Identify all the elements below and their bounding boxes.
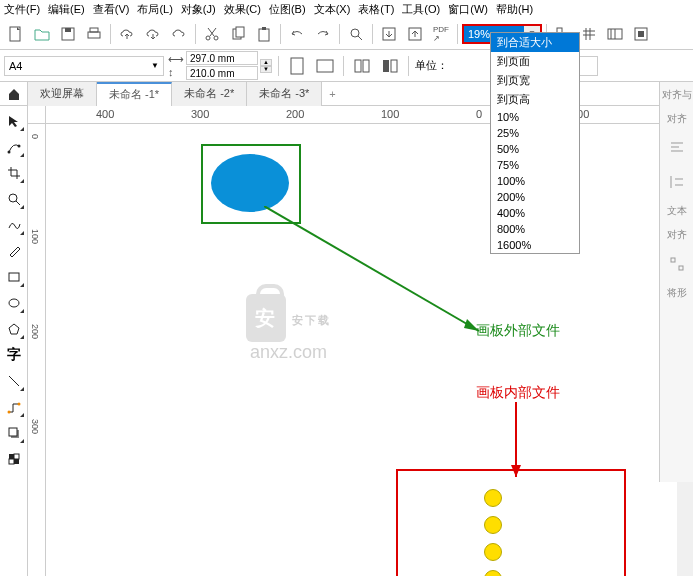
pdf-export-icon[interactable]: PDF↗: [429, 22, 453, 46]
cloud-open-icon[interactable]: [115, 22, 139, 46]
print-button[interactable]: [82, 22, 106, 46]
ellipse-tool[interactable]: [3, 292, 25, 314]
svg-rect-2: [65, 28, 71, 32]
svg-point-6: [214, 36, 218, 40]
zoom-option-1600[interactable]: 1600%: [491, 237, 579, 253]
tab-welcome[interactable]: 欢迎屏幕: [28, 82, 97, 106]
crop-tool[interactable]: [3, 162, 25, 184]
connector-tool[interactable]: [3, 396, 25, 418]
zoom-option-800[interactable]: 800%: [491, 221, 579, 237]
canvas-area: 400 300 200 100 0 100 毫米 0 100 200 300 安…: [28, 106, 693, 576]
shape-tool[interactable]: [3, 136, 25, 158]
menu-window[interactable]: 窗口(W): [448, 2, 488, 17]
zoom-option-height[interactable]: 到页高: [491, 90, 579, 109]
align-center-icon[interactable]: [665, 170, 689, 194]
chevron-down-icon: ▼: [151, 61, 159, 70]
external-label: 画板外部文件: [476, 322, 560, 340]
dimension-tool[interactable]: [3, 370, 25, 392]
svg-line-38: [264, 206, 479, 331]
tab-add-button[interactable]: +: [322, 88, 342, 100]
menu-tools[interactable]: 工具(O): [402, 2, 440, 17]
width-icon: ⟷: [168, 53, 184, 66]
options-icon[interactable]: [603, 22, 627, 46]
menu-object[interactable]: 对象(J): [181, 2, 216, 17]
paper-size-combo[interactable]: A4 ▼: [4, 56, 164, 76]
main-toolbar: PDF↗ 19% ▼: [0, 18, 693, 50]
align-left-icon[interactable]: [665, 136, 689, 160]
svg-rect-28: [9, 273, 19, 281]
menu-table[interactable]: 表格(T): [358, 2, 394, 17]
zoom-option-10[interactable]: 10%: [491, 109, 579, 125]
all-pages-icon[interactable]: [350, 54, 374, 78]
zoom-option-25[interactable]: 25%: [491, 125, 579, 141]
menu-effects[interactable]: 效果(C): [224, 2, 261, 17]
panel-sub3: 对齐: [667, 228, 687, 242]
svg-rect-21: [355, 60, 361, 72]
paste-button[interactable]: [252, 22, 276, 46]
tab-doc-1[interactable]: 未命名 -1*: [97, 82, 172, 106]
menu-layout[interactable]: 布局(L): [137, 2, 172, 17]
artistic-media-tool[interactable]: [3, 240, 25, 262]
zoom-option-400[interactable]: 400%: [491, 205, 579, 221]
freehand-tool[interactable]: [3, 214, 25, 236]
dimension-spinner[interactable]: ▲▼: [260, 59, 272, 73]
redo-button[interactable]: [311, 22, 335, 46]
copy-button[interactable]: [226, 22, 250, 46]
current-page-icon[interactable]: [378, 54, 402, 78]
zoom-tool[interactable]: [3, 188, 25, 210]
portrait-button[interactable]: [285, 54, 309, 78]
drop-shadow-tool[interactable]: [3, 422, 25, 444]
search-icon[interactable]: [344, 22, 368, 46]
tab-doc-3[interactable]: 未命名 -3*: [247, 82, 322, 106]
zoom-option-fit[interactable]: 到合适大小: [491, 33, 579, 52]
launch-icon[interactable]: [629, 22, 653, 46]
cloud-save-icon[interactable]: [141, 22, 165, 46]
import-icon[interactable]: [377, 22, 401, 46]
menu-text[interactable]: 文本(X): [314, 2, 351, 17]
text-tool[interactable]: 字: [3, 344, 25, 366]
zoom-option-50[interactable]: 50%: [491, 141, 579, 157]
undo-button[interactable]: [285, 22, 309, 46]
zoom-option-page[interactable]: 到页面: [491, 52, 579, 71]
menu-file[interactable]: 文件(F): [4, 2, 40, 17]
svg-point-25: [7, 151, 10, 154]
svg-point-11: [351, 29, 359, 37]
units-label: 单位：: [415, 58, 448, 73]
svg-point-30: [7, 411, 10, 414]
menu-bitmap[interactable]: 位图(B): [269, 2, 306, 17]
panel-title: 对齐与: [662, 88, 692, 102]
rectangle-tool[interactable]: [3, 266, 25, 288]
drawing-canvas[interactable]: 安安下载 anxz.com 画板外部文件 画板内部文件: [46, 124, 693, 576]
pick-tool[interactable]: [3, 110, 25, 132]
transparency-tool[interactable]: [3, 448, 25, 470]
polygon-tool[interactable]: [3, 318, 25, 340]
landscape-button[interactable]: [313, 54, 337, 78]
grid-toggle-icon[interactable]: [577, 22, 601, 46]
distribute-icon[interactable]: [665, 252, 689, 276]
tab-doc-2[interactable]: 未命名 -2*: [172, 82, 247, 106]
horizontal-ruler[interactable]: 400 300 200 100 0 100 毫米: [46, 106, 693, 124]
open-button[interactable]: [30, 22, 54, 46]
toolbox: 字: [0, 106, 28, 576]
new-button[interactable]: [4, 22, 28, 46]
vertical-ruler[interactable]: 0 100 200 300: [28, 124, 46, 576]
menu-help[interactable]: 帮助(H): [496, 2, 533, 17]
menu-edit[interactable]: 编辑(E): [48, 2, 85, 17]
home-icon[interactable]: [0, 82, 28, 106]
svg-rect-18: [638, 31, 644, 37]
cloud-sync-icon[interactable]: [167, 22, 191, 46]
menu-view[interactable]: 查看(V): [93, 2, 130, 17]
zoom-option-width[interactable]: 到页宽: [491, 71, 579, 90]
ruler-origin[interactable]: [28, 106, 46, 124]
page-height-input[interactable]: 210.0 mm: [186, 66, 258, 80]
svg-rect-3: [88, 32, 100, 38]
page-width-input[interactable]: 297.0 mm: [186, 51, 258, 65]
blue-ellipse-shape: [211, 154, 289, 212]
zoom-option-200[interactable]: 200%: [491, 189, 579, 205]
export-icon[interactable]: [403, 22, 427, 46]
zoom-option-100[interactable]: 100%: [491, 173, 579, 189]
zoom-option-75[interactable]: 75%: [491, 157, 579, 173]
save-button[interactable]: [56, 22, 80, 46]
svg-point-27: [9, 194, 17, 202]
cut-button[interactable]: [200, 22, 224, 46]
